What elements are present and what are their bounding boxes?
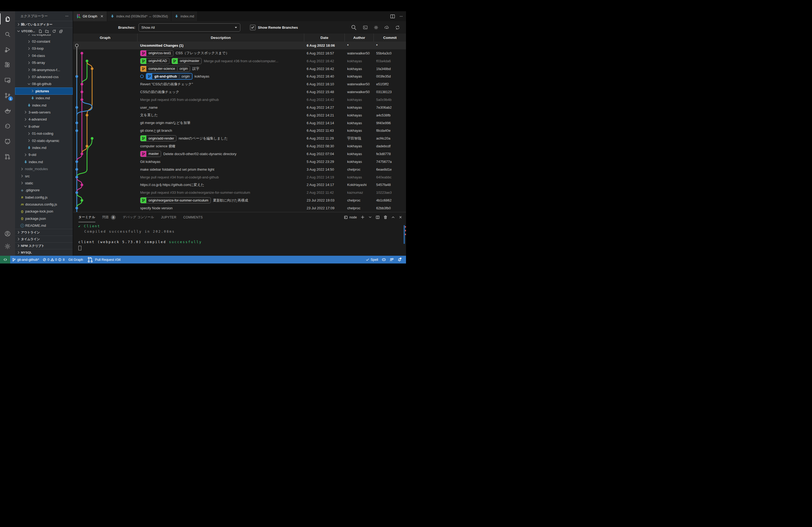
commit-row[interactable]: computer science 俯瞰6 Aug 2022 08:30kokha…: [73, 142, 406, 150]
pull-request-status[interactable]: Pull Request #34: [85, 256, 122, 263]
branch-status[interactable]: git-and-github*: [10, 258, 41, 261]
column-header-author[interactable]: Author: [345, 33, 374, 42]
branch-badge[interactable]: origin/reorganize-for-summer-curriculum: [140, 197, 211, 204]
fetch-from-remote-icon[interactable]: [384, 24, 389, 31]
editor-more-actions-icon[interactable]: [399, 14, 403, 18]
commit-row[interactable]: origin/add-renderrenderのページを編集しました6 Aug …: [73, 134, 406, 142]
commit-row[interactable]: origin/HEADorigin/masterMerge pull reque…: [73, 57, 406, 65]
copilot-status[interactable]: [380, 258, 388, 261]
tree-item-04-class[interactable]: 04-class: [15, 52, 73, 59]
new-terminal-icon[interactable]: [361, 215, 365, 219]
notifications-bell[interactable]: [395, 258, 403, 261]
tree-item-pictures[interactable]: pictures: [15, 88, 73, 94]
tree-item-03-loop[interactable]: 03-loop: [15, 45, 73, 52]
commit-row[interactable]: origin/reorganize-for-summer-curriculum夏…: [73, 196, 406, 204]
terminal-dropdown-icon[interactable]: [368, 215, 372, 219]
tree-item-babel.config.js[interactable]: Bbabel.config.js: [15, 194, 73, 201]
column-header-date[interactable]: Date: [304, 33, 345, 42]
branch-badge[interactable]: origin/HEAD: [140, 58, 170, 64]
tree-item-08-git-github[interactable]: 08-git-github: [15, 80, 73, 88]
new-file-icon[interactable]: [38, 29, 42, 33]
branch-badge[interactable]: git-and-githuborigin: [146, 73, 192, 80]
activity-history[interactable]: [0, 118, 15, 134]
sidebar-section-1[interactable]: タイムライン: [15, 236, 73, 242]
activity-search[interactable]: [0, 27, 15, 42]
commit-row[interactable]: masterDelete docs/8-other/02-static-dyna…: [73, 150, 406, 158]
commit-row[interactable]: CSSの節の画像チェック6 Aug 2022 15:48waterwalker5…: [73, 88, 406, 96]
branches-dropdown[interactable]: Show All: [139, 23, 240, 32]
commit-row[interactable]: git-and-githuboriginkokhayas6 Aug 2022 1…: [73, 73, 406, 80]
branch-badge[interactable]: computer-scienceorigin: [140, 66, 190, 72]
new-folder-icon[interactable]: [45, 29, 49, 33]
kill-terminal-icon[interactable]: [383, 215, 388, 219]
tree-item-9-old[interactable]: 9-old: [15, 151, 73, 158]
split-editor-icon[interactable]: [390, 14, 395, 19]
commit-row[interactable]: origin/css-test1CSS（フレックスボックスまで）6 Aug 20…: [73, 49, 406, 57]
activity-docker[interactable]: [0, 103, 15, 118]
commit-row[interactable]: Git kokhayas5 Aug 2022 23:29kokhayas7475…: [73, 158, 406, 166]
branch-badge[interactable]: master: [140, 151, 161, 157]
tree-item-8-other[interactable]: 8-other: [15, 123, 73, 130]
panel-tab-3[interactable]: JUPYTER: [161, 212, 176, 222]
commit-row[interactable]: specify Node version23 Jul 2022 17:09che…: [73, 204, 406, 212]
tree-item-README.md[interactable]: iREADME.md: [15, 222, 73, 229]
settings-icon[interactable]: [374, 24, 379, 31]
refresh-explorer-icon[interactable]: [52, 29, 56, 33]
tree-item-06-anonymous-f...[interactable]: 06-anonymous-f...: [15, 66, 73, 73]
branch-badge[interactable]: origin/css-test1: [140, 50, 173, 56]
problems-status[interactable]: 008: [41, 258, 66, 261]
search-commits-icon[interactable]: [350, 24, 357, 31]
tree-item-package.json[interactable]: {}package.json: [15, 215, 73, 222]
remote-indicator[interactable]: [0, 256, 10, 264]
sidebar-section-3[interactable]: MYSQL: [15, 249, 73, 256]
activity-explorer[interactable]: [0, 11, 15, 27]
workspace-section[interactable]: UTCOD...: [15, 28, 73, 34]
panel-tab-1[interactable]: 問題8: [102, 212, 116, 222]
branch-badge[interactable]: origin/master: [172, 58, 202, 64]
tree-item-package-lock.json[interactable]: {}package-lock.json: [15, 208, 73, 215]
spell-status[interactable]: Spell: [364, 258, 380, 261]
commit-row[interactable]: computer-scienceorigin誤字6 Aug 2022 16:42…: [73, 65, 406, 73]
show-remote-branches-checkbox[interactable]: [250, 25, 256, 30]
column-header-graph[interactable]: Graph: [73, 33, 137, 42]
tree-item-index.md[interactable]: index.md: [15, 95, 73, 102]
commit-row[interactable]: git cloneとgit branch6 Aug 2022 11:43kokh…: [73, 127, 406, 134]
activity-run-debug[interactable]: [0, 42, 15, 57]
panel-tab-2[interactable]: デバッグ コンソール: [123, 212, 154, 222]
commit-row[interactable]: Merge pull request #34 from ut-code/git-…: [73, 174, 406, 181]
tab-git-graph[interactable]: Git Graph: [73, 11, 107, 21]
commit-row[interactable]: make sidebar foldable and set prism them…: [73, 166, 406, 174]
tree-item-07-advanced-css[interactable]: 07-advanced-css: [15, 73, 73, 80]
activity-source-control[interactable]: 1: [0, 88, 15, 103]
commit-row[interactable]: Revert "CSSの節の画像チェック"6 Aug 2022 16:10wat…: [73, 80, 406, 88]
column-header-description[interactable]: Description: [137, 33, 305, 42]
tab-index-md-1[interactable]: index.md (003fe35d^ ↔ 003fe35d): [107, 11, 171, 21]
tree-item-05-array[interactable]: 05-array: [15, 59, 73, 66]
terminal-shell-selector[interactable]: node: [344, 215, 357, 219]
activity-settings[interactable]: [0, 240, 15, 253]
commit-row[interactable]: git merge origin mainなどを加筆6 Aug 2022 14:…: [73, 119, 406, 127]
tree-item-index.md[interactable]: index.md: [15, 144, 73, 151]
commit-row[interactable]: Merge pull request #35 from ut-code/git-…: [73, 96, 406, 104]
activity-remote-explorer[interactable]: [0, 73, 15, 88]
tree-item-static[interactable]: static: [15, 180, 73, 186]
feedback-status[interactable]: [388, 258, 395, 261]
panel-tab-0[interactable]: ターミナル: [78, 212, 95, 222]
tree-item-index.md[interactable]: index.md: [15, 158, 73, 165]
tree-item-01-not-coding[interactable]: 01-not-coding: [15, 130, 73, 137]
tree-item-01-inspector[interactable]: 01-inspector: [15, 34, 73, 38]
split-terminal-icon[interactable]: [376, 215, 380, 219]
activity-extensions[interactable]: [0, 57, 15, 73]
tab-index-md-2[interactable]: index.md: [171, 11, 198, 21]
maximize-panel-icon[interactable]: [391, 215, 395, 219]
close-tab-icon[interactable]: [100, 15, 104, 18]
collapse-folders-icon[interactable]: [59, 29, 63, 33]
commit-row[interactable]: 文を直した6 Aug 2022 14:21kokhayasa4c538fb: [73, 111, 406, 119]
git-graph-status[interactable]: Git Graph: [67, 258, 85, 261]
activity-pull-requests[interactable]: [0, 149, 15, 164]
tree-item-index.md[interactable]: index.md: [15, 102, 73, 109]
tree-item-02-static-dynamic[interactable]: 02-static-dynamic: [15, 137, 73, 144]
panel-tab-4[interactable]: COMMENTS: [184, 212, 203, 222]
open-editors-section[interactable]: 開いているエディター: [15, 21, 73, 28]
commit-row[interactable]: Uncommitted Changes (1)6 Aug 2022 18:06*…: [73, 42, 406, 49]
